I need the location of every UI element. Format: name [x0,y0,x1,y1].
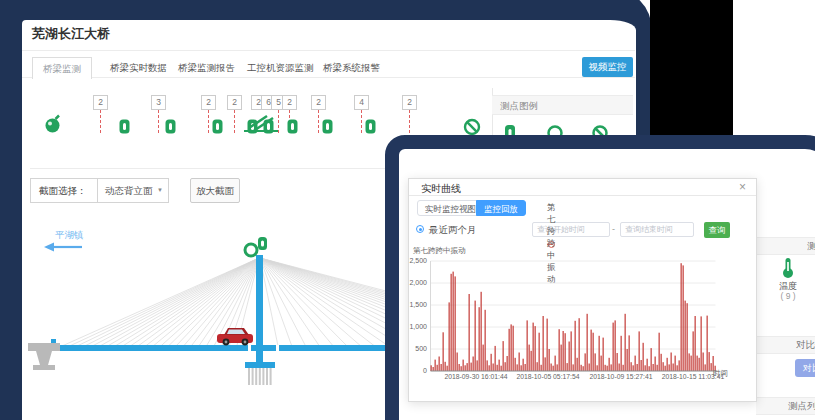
link-sensor-icon[interactable] [322,119,333,134]
tab-playback[interactable]: 监控回放 [476,200,526,216]
link-sensor-icon[interactable] [365,119,376,134]
pier-piles [248,368,272,385]
radio-last-two-months[interactable] [416,225,424,233]
sensor-count-badge: 4 [354,95,369,110]
range-separator: - [612,222,615,237]
no-entry-icon [594,127,607,140]
title-divider [22,50,635,51]
sensor-dashed-line [158,110,159,133]
compare-section-title: 对比分析 [796,337,815,353]
start-sensor-icon[interactable] [43,112,63,134]
tab-bridge-monitor[interactable]: 桥梁监测 [32,57,92,79]
legend-panel-header: 测点图例 [492,95,633,115]
bearing-sensor-icon[interactable] [243,108,279,136]
sensor-dashed-line [318,110,319,133]
section-select-label: 截面选择： [39,179,87,202]
sensor-count-badge: 2 [227,95,242,110]
tabbar-underline [22,77,635,78]
tab-ipc-resource[interactable]: 工控机资源监测 [241,58,320,77]
compare-section-header: 对比分析 [756,336,815,354]
link-sensor-icon[interactable] [287,119,298,134]
chart-y-title: 第七跨跨中振动 [413,246,466,256]
zoom-section-button[interactable]: 放大截面 [190,178,240,203]
tower-pier [245,362,275,385]
sensor-count-badge: 2 [311,95,326,110]
x-tick-label: 2018-10-09 15:27:41 [581,373,661,380]
select-separator [97,179,98,202]
sensor-dashed-line [100,110,101,133]
section-select-group: 截面选择： 动态背立面 ▼ [30,178,169,203]
tab-realtime-data[interactable]: 桥梁实时数据 [104,58,173,77]
link-sensor-icon[interactable] [212,119,223,134]
sensor-dashed-line [361,110,362,133]
y-tick-label: 1,000 [405,323,427,330]
y-tick-label: 500 [405,345,427,352]
sensor-count-badge: 2 [93,95,108,110]
tower-top-sensor-icons [245,237,267,256]
video-monitor-button[interactable]: 视频监控 [582,57,633,77]
ring-icon [549,127,562,140]
deck-joint-left [248,345,251,351]
close-icon[interactable]: × [739,180,746,194]
start-time-input[interactable] [532,222,610,237]
tab-realtime-view[interactable]: 实时监控视图 [417,200,484,216]
legend-panel-icons [500,123,620,141]
car [217,328,253,345]
point-list-header: 测点列表 [756,397,815,415]
link-sensor-icon[interactable] [119,119,130,134]
radio-label: 最近两个月 [429,222,477,237]
section-select-value[interactable]: 动态背立面 [105,179,153,202]
chart-x-axis-name: 时间 [713,369,728,379]
screen-black-region [650,0,733,146]
sensor-count-badge: 2 [201,95,216,110]
deck-joint-right [276,345,279,351]
y-tick-label: 0 [405,367,427,374]
realtime-curve-dialog: 实时曲线 × 实时监控视图 监控回放 最近两个月 - 查询 第七跨跨中振动 第七… [408,178,757,402]
chevron-down-icon[interactable]: ▼ [157,179,163,202]
x-tick-label: 2018-10-05 05:17:54 [508,373,588,380]
page-title: 芜湖长江大桥 [32,25,110,43]
chart-legend[interactable]: 第七跨跨中振动 [547,239,549,249]
tab-monitor-report[interactable]: 桥梁监测报告 [172,58,241,77]
sensor-dashed-line [409,110,410,133]
link-icon [505,125,515,140]
sensor-dashed-line [234,110,235,133]
left-abutment [28,339,60,370]
thermometer-icon [780,257,796,279]
secondary-legend-header: 测点图例 [756,237,815,255]
legend-panel-title: 测点图例 [500,100,538,111]
y-tick-label: 2,500 [405,257,427,264]
query-button[interactable]: 查询 [704,222,730,238]
dialog-title: 实时曲线 [421,182,461,196]
dialog-header-divider [409,195,756,196]
secondary-legend-title: 测点图例 [807,238,815,254]
vibration-chart [429,259,719,373]
link-sensor-icon[interactable] [165,119,176,134]
sensor-dashed-line [208,110,209,133]
sensor-count-badge: 2 [402,95,417,110]
compare-analysis-button[interactable]: 对比分析 [795,359,815,377]
y-tick-label: 2,000 [405,279,427,286]
tab-system-alarm[interactable]: 桥梁系统报警 [317,58,386,77]
no-entry-sensor-icon[interactable] [463,118,481,136]
sensor-count-badge: 2 [282,95,297,110]
sensor-count-badge: 3 [151,95,166,110]
temperature-count: ( 9 ) [774,291,802,301]
town-arrow-icon [44,243,82,252]
point-list-title: 测点列表 [788,398,815,414]
x-tick-label: 2018-09-30 16:01:44 [436,373,516,380]
y-tick-label: 1,500 [405,301,427,308]
end-time-input[interactable] [620,222,694,237]
